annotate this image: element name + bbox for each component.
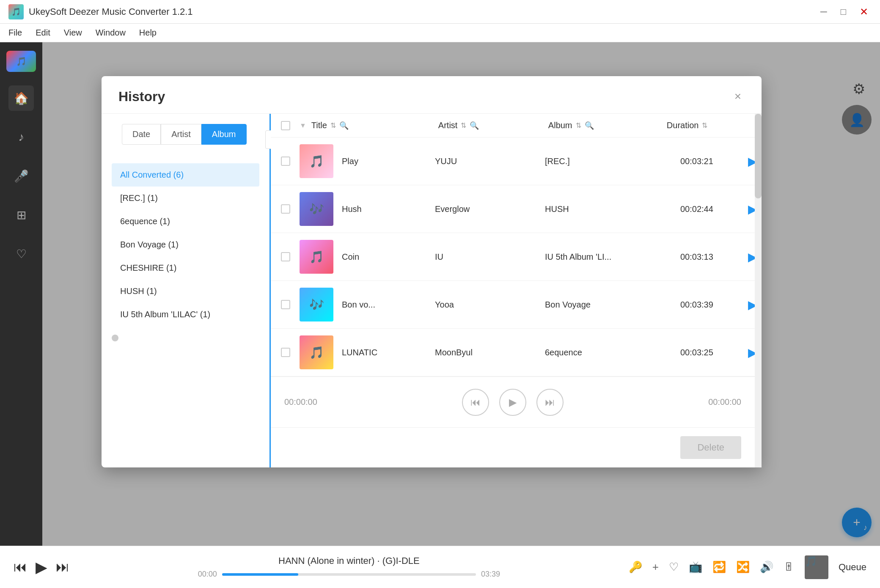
row-2-play-button[interactable]: ▶	[748, 202, 755, 216]
row-checkbox-2	[281, 204, 300, 214]
right-panel: ▼ Title ⇅ 🔍 Artist ⇅ 🔍	[271, 114, 755, 467]
row-checkbox-5	[281, 348, 300, 357]
row-5-thumbnail: 🎵	[300, 335, 333, 369]
player-next-button[interactable]: ⏭	[536, 389, 564, 416]
row-4-actions: ▶ 📁 🗑	[748, 298, 755, 312]
cast-icon[interactable]: 📺	[689, 561, 702, 574]
album-sort-icon[interactable]: ⇅	[576, 121, 581, 129]
row-1-checkbox[interactable]	[281, 157, 290, 166]
row-checkbox-1	[281, 157, 300, 166]
menu-file[interactable]: File	[8, 28, 22, 38]
duration-sort-icon[interactable]: ⇅	[702, 121, 707, 129]
row-4-play-button[interactable]: ▶	[748, 298, 755, 312]
table-row: 🎶 Bon vo... Yooa Bon Voyage 00:03:39 ▶ 📁	[271, 281, 755, 329]
app-icon: 🎵	[8, 4, 24, 19]
album-item-bon-voyage[interactable]: Bon Voyage (1)	[112, 233, 259, 256]
bottom-play-button[interactable]: ▶	[36, 558, 47, 576]
player-play-button[interactable]: ▶	[499, 389, 526, 416]
equalizer-icon[interactable]: 🎚	[784, 561, 795, 574]
menu-window[interactable]: Window	[96, 28, 126, 38]
row-5-title: LUNATIC	[342, 348, 418, 357]
app-body: 🎵 🏠 ♪ 🎤 ⊞ ♡ ⚙ 👤 History ×	[0, 42, 880, 546]
row-4-checkbox[interactable]	[281, 300, 290, 309]
row-3-album: IU 5th Album 'LI...	[545, 252, 663, 262]
album-item-cheshire[interactable]: CHESHIRE (1)	[112, 256, 259, 280]
filter-tab-date[interactable]: Date	[122, 124, 161, 145]
album-item-6equence[interactable]: 6equence (1)	[112, 210, 259, 233]
close-button[interactable]: ✕	[856, 4, 872, 19]
filter-tab-album[interactable]: Album	[201, 124, 247, 145]
album-item-rec[interactable]: [REC.] (1)	[112, 187, 259, 210]
dialog-close-button[interactable]: ×	[731, 88, 745, 105]
row-checkbox-4	[281, 300, 300, 309]
add-icon[interactable]: +	[652, 561, 659, 574]
repeat-icon[interactable]: 🔁	[712, 561, 726, 574]
table-row: 🎵 Play YUJU [REC.] 00:03:21 ▶ 📁	[271, 137, 755, 185]
player-prev-button[interactable]: ⏮	[462, 389, 489, 416]
row-2-checkbox[interactable]	[281, 204, 290, 214]
row-3-play-button[interactable]: ▶	[748, 250, 755, 264]
bottom-skip-next-button[interactable]: ⏭	[56, 559, 69, 575]
favorite-icon[interactable]: ♡	[669, 561, 679, 574]
bottom-toolbar: 🔑 + ♡ 📺 🔁 🔀 🔊 🎚 🎵 Queue	[629, 555, 866, 579]
progress-bar-background[interactable]	[222, 573, 476, 576]
row-2-title: Hush	[342, 204, 418, 214]
player-controls: ⏮ ▶ ⏭	[335, 389, 690, 416]
expand-col-icon: ▼	[300, 122, 306, 129]
menu-view[interactable]: View	[64, 28, 82, 38]
menu-help[interactable]: Help	[139, 28, 157, 38]
progress-time-end: 03:39	[481, 570, 500, 579]
delete-button[interactable]: Delete	[680, 436, 741, 459]
sidebar-item-favorites[interactable]: ♡	[8, 241, 34, 267]
row-2-duration: 00:02:44	[680, 204, 748, 214]
album-search-icon[interactable]: 🔍	[585, 121, 594, 130]
volume-icon[interactable]: 🔊	[760, 561, 773, 574]
filter-tab-artist[interactable]: Artist	[161, 124, 201, 145]
th-title: Title ⇅ 🔍	[311, 121, 413, 130]
artist-sort-icon[interactable]: ⇅	[461, 121, 466, 129]
dialog-body: Date Artist Album < 1 >	[102, 114, 762, 467]
scrollbar-thumb[interactable]	[755, 114, 762, 198]
album-item-iu5th[interactable]: IU 5th Album 'LILAC' (1)	[112, 303, 259, 326]
sidebar-item-music[interactable]: ♪	[8, 124, 34, 150]
scrollbar-track[interactable]	[755, 114, 762, 467]
lyrics-icon[interactable]: 🔑	[629, 561, 642, 574]
row-1-album: [REC.]	[545, 157, 663, 166]
row-5-play-button[interactable]: ▶	[748, 346, 755, 360]
queue-label[interactable]: Queue	[839, 562, 866, 573]
row-5-checkbox[interactable]	[281, 348, 290, 357]
row-1-play-button[interactable]: ▶	[748, 154, 755, 168]
row-3-checkbox[interactable]	[281, 252, 290, 261]
select-all-checkbox[interactable]	[281, 121, 290, 130]
artist-search-icon[interactable]: 🔍	[470, 121, 479, 130]
filter-tabs: Date Artist Album	[122, 124, 247, 145]
now-playing-avatar[interactable]: 🎵	[805, 555, 828, 579]
sidebar-item-grid[interactable]: ⊞	[8, 202, 34, 228]
row-3-actions: ▶ 📁 🗑	[748, 250, 755, 264]
title-search-icon[interactable]: 🔍	[339, 121, 349, 130]
player-time-start: 00:00:00	[284, 397, 335, 407]
title-sort-icon[interactable]: ⇅	[330, 121, 336, 129]
dialog-title: History	[118, 89, 165, 104]
th-checkbox	[281, 121, 300, 130]
row-1-artist: YUJU	[435, 157, 528, 166]
bottom-bar: ⏮ ▶ ⏭ HANN (Alone in winter) · (G)I-DLE …	[0, 546, 880, 588]
player-time-end: 00:00:00	[690, 397, 741, 407]
th-artist-label: Artist	[438, 121, 458, 130]
th-album: Album ⇅ 🔍	[548, 121, 667, 130]
minimize-button[interactable]: ─	[817, 5, 830, 19]
bottom-skip-prev-button[interactable]: ⏮	[14, 559, 27, 575]
sidebar-logo: 🎵	[6, 51, 36, 72]
row-4-duration: 00:03:39	[680, 300, 748, 310]
th-title-label: Title	[311, 121, 327, 130]
menu-edit[interactable]: Edit	[36, 28, 50, 38]
row-3-duration: 00:03:13	[680, 252, 748, 262]
sidebar-item-home[interactable]: 🏠	[8, 85, 34, 111]
album-item-all[interactable]: All Converted (6)	[112, 163, 259, 187]
album-item-hush[interactable]: HUSH (1)	[112, 280, 259, 303]
maximize-button[interactable]: □	[837, 5, 850, 19]
row-5-album: 6equence	[545, 348, 663, 357]
sidebar-item-microphone[interactable]: 🎤	[8, 163, 34, 189]
shuffle-icon[interactable]: 🔀	[736, 561, 750, 574]
row-3-artist: IU	[435, 252, 528, 262]
